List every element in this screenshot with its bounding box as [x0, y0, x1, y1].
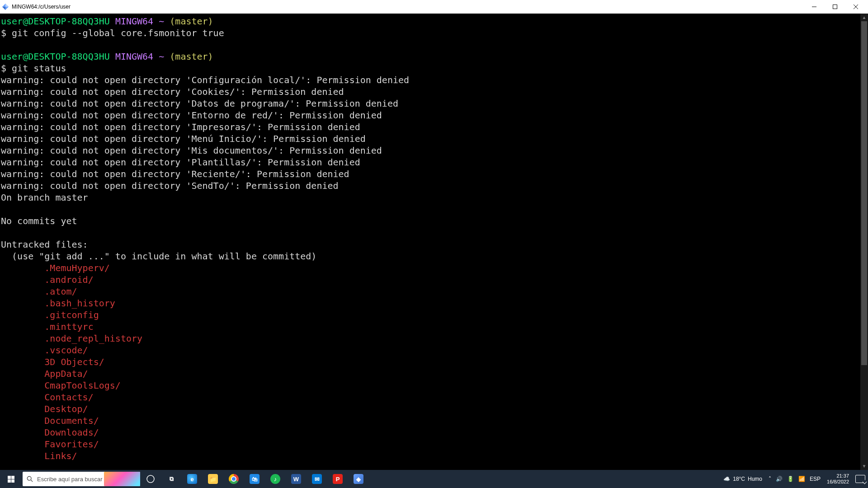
- cortana-button[interactable]: ⧉: [161, 470, 182, 488]
- taskbar-search[interactable]: Escribe aquí para buscar: [23, 472, 140, 486]
- terminal-output[interactable]: user@DESKTOP-88QQ3HU MINGW64 ~ (master) …: [0, 14, 868, 462]
- minimize-button[interactable]: [804, 0, 825, 14]
- taskbar: Escribe aquí para buscar ⧉ e 📁 🛍 ♪ W ✉ P…: [0, 470, 868, 488]
- action-center-icon[interactable]: [855, 475, 865, 483]
- window-title: MINGW64:/c/Users/user: [12, 4, 71, 10]
- svg-marker-2: [2, 7, 5, 10]
- svg-rect-4: [833, 5, 837, 9]
- pinned-app-store[interactable]: 🛍: [244, 470, 265, 488]
- scrollbar[interactable]: ▲ ▼: [860, 14, 868, 470]
- pinned-app-chrome[interactable]: [223, 470, 244, 488]
- terminal-area[interactable]: user@DESKTOP-88QQ3HU MINGW64 ~ (master) …: [0, 14, 868, 470]
- tray-wifi-icon[interactable]: 📶: [798, 476, 805, 482]
- pinned-app-mail[interactable]: ✉: [307, 470, 327, 488]
- scroll-up-button[interactable]: ▲: [860, 14, 868, 21]
- clock-time: 21:37: [836, 473, 849, 479]
- scroll-down-button[interactable]: ▼: [860, 462, 868, 470]
- windows-logo-icon: [8, 476, 14, 483]
- pinned-app-spotify[interactable]: ♪: [265, 470, 286, 488]
- svg-point-7: [27, 476, 31, 480]
- scroll-thumb[interactable]: [861, 21, 867, 365]
- running-app-mintty[interactable]: ◆: [348, 470, 369, 488]
- pinned-app-explorer[interactable]: 📁: [203, 470, 223, 488]
- maximize-button[interactable]: [825, 0, 845, 14]
- close-button[interactable]: [845, 0, 866, 14]
- svg-marker-1: [5, 4, 9, 7]
- tray-battery-icon[interactable]: 🔋: [787, 476, 794, 482]
- search-placeholder: Escribe aquí para buscar: [37, 476, 104, 483]
- search-icon: [23, 476, 37, 482]
- tray-volume-icon[interactable]: 🔊: [776, 476, 783, 482]
- pinned-app-word[interactable]: W: [286, 470, 307, 488]
- pinned-app-p[interactable]: P: [327, 470, 348, 488]
- taskview-button[interactable]: [140, 470, 161, 488]
- tray-clock[interactable]: 21:37 16/8/2022: [827, 473, 849, 485]
- clock-date: 16/8/2022: [827, 479, 849, 485]
- app-icon: [2, 3, 9, 10]
- weather-widget[interactable]: ☁️ 18°C Humo: [723, 476, 762, 482]
- weather-icon: ☁️: [723, 476, 730, 482]
- scroll-track[interactable]: [860, 21, 868, 462]
- weather-temp: 18°C: [733, 476, 745, 482]
- search-promo-image[interactable]: [104, 472, 140, 486]
- weather-desc: Humo: [748, 476, 762, 482]
- start-button[interactable]: [0, 470, 22, 488]
- tray-chevron-up-icon[interactable]: ˄: [769, 476, 771, 482]
- svg-line-8: [31, 480, 33, 482]
- svg-point-9: [147, 475, 154, 483]
- window-titlebar: MINGW64:/c/Users/user: [0, 0, 868, 14]
- tray-language[interactable]: ESP: [810, 476, 821, 482]
- pinned-app-edge[interactable]: e: [182, 470, 203, 488]
